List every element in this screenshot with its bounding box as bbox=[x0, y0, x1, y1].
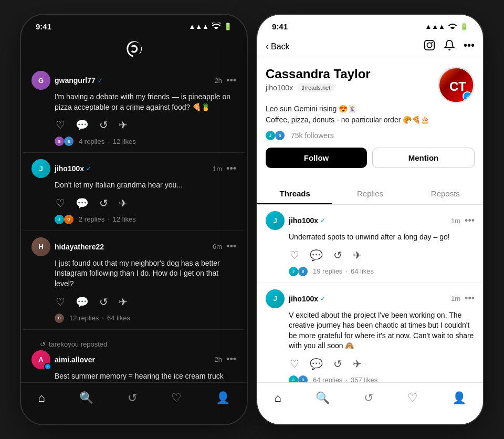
repost-button[interactable]: ↺ bbox=[332, 357, 343, 371]
replies-count: 2 replies bbox=[79, 215, 104, 223]
like-button[interactable]: ♡ bbox=[55, 118, 66, 132]
profile-top: Cassandra Taylor jiho100x threads.net CT… bbox=[266, 67, 475, 103]
follow-button[interactable]: Follow bbox=[266, 148, 367, 168]
verified-icon: ✓ bbox=[320, 217, 326, 224]
replies-count: 19 replies bbox=[313, 267, 342, 275]
stat-avatar: J bbox=[55, 215, 64, 224]
comment-button[interactable]: 💬 bbox=[309, 248, 324, 263]
like-button[interactable]: ♡ bbox=[289, 248, 300, 263]
repost-icon: ↺ bbox=[40, 340, 46, 348]
followers-text: 75k followers bbox=[291, 131, 334, 140]
post-actions: ♡ 💬 ↺ ✈ bbox=[55, 196, 236, 211]
more-options-button[interactable]: ••• bbox=[226, 241, 236, 252]
avatar: G bbox=[32, 71, 50, 90]
dot-separator: · bbox=[108, 138, 110, 145]
bell-icon[interactable] bbox=[444, 39, 455, 54]
repost-button[interactable]: ↺ bbox=[98, 295, 109, 309]
like-button[interactable]: ♡ bbox=[55, 295, 66, 309]
verified-icon: ✓ bbox=[320, 295, 326, 302]
nav-likes[interactable]: ♡ bbox=[165, 389, 188, 407]
post-header-right: 1m ••• bbox=[451, 293, 475, 304]
nav-home[interactable]: ⌂ bbox=[268, 389, 287, 407]
username-row: jiho100x ✓ bbox=[289, 295, 326, 303]
more-options-button[interactable]: ••• bbox=[226, 75, 236, 86]
threads-domain-badge: threads.net bbox=[297, 83, 334, 92]
nav-compose[interactable]: ↺ bbox=[358, 389, 380, 407]
repost-label: tarekoyou reposted bbox=[49, 340, 107, 348]
share-button[interactable]: ✈ bbox=[118, 118, 129, 132]
post-user-info[interactable]: A + aimi.allover bbox=[32, 350, 95, 369]
avatar: H bbox=[32, 237, 50, 256]
like-button[interactable]: ♡ bbox=[289, 357, 300, 371]
share-button[interactable]: ✈ bbox=[352, 357, 363, 371]
post-user-info[interactable]: G gwangurl77 ✓ bbox=[32, 71, 103, 90]
comment-button[interactable]: 💬 bbox=[75, 196, 90, 211]
post-user-info[interactable]: J jiho100x ✓ bbox=[266, 211, 326, 230]
post-actions: ♡ 💬 ↺ ✈ bbox=[289, 248, 475, 263]
username-row: hidayathere22 bbox=[55, 243, 104, 251]
comment-button[interactable]: 💬 bbox=[75, 295, 90, 309]
profile-handle-row: jiho100x threads.net bbox=[266, 83, 371, 92]
more-options-button[interactable]: ••• bbox=[226, 354, 236, 365]
share-button[interactable]: ✈ bbox=[118, 295, 129, 309]
post-time: 1m bbox=[451, 217, 460, 225]
more-options-button[interactable]: ••• bbox=[226, 163, 236, 174]
like-button[interactable]: ♡ bbox=[55, 196, 66, 211]
comment-button[interactable]: 💬 bbox=[309, 357, 324, 371]
stat-avatars: J O bbox=[55, 215, 74, 224]
post-actions: ♡ 💬 ↺ ✈ bbox=[55, 295, 236, 309]
tab-threads[interactable]: Threads bbox=[257, 183, 332, 204]
profile-name: Cassandra Taylor bbox=[266, 67, 371, 81]
nav-likes[interactable]: ♡ bbox=[401, 389, 424, 407]
bottom-nav-left: ⌂ 🔍 ↺ ♡ 👤 bbox=[21, 382, 247, 424]
right-phone: 9:41 ▲▲▲ 🔋 ‹ Back bbox=[257, 15, 483, 424]
avatar: J bbox=[32, 159, 50, 178]
more-options-icon[interactable]: ••• bbox=[464, 39, 475, 54]
bottom-nav-right: ⌂ 🔍 ↺ ♡ 👤 bbox=[257, 382, 483, 424]
nav-search[interactable]: 🔍 bbox=[309, 389, 336, 407]
profile-nav-header: ‹ Back ••• bbox=[257, 35, 483, 58]
stat-avatar: O bbox=[64, 215, 74, 224]
stat-avatars: H bbox=[55, 313, 64, 323]
back-button[interactable]: ‹ Back bbox=[266, 41, 290, 52]
post-header: J jiho100x ✓ 1m ••• bbox=[32, 159, 236, 178]
comment-button[interactable]: 💬 bbox=[75, 118, 90, 132]
post-header-right: 1m ••• bbox=[213, 163, 236, 174]
dot-separator: · bbox=[102, 314, 104, 322]
post-user-info[interactable]: J jiho100x ✓ bbox=[32, 159, 91, 178]
replies-count: 12 replies bbox=[69, 314, 99, 322]
post-user-info[interactable]: J jiho100x ✓ bbox=[266, 289, 326, 308]
nav-compose[interactable]: ↺ bbox=[121, 389, 143, 407]
nav-home[interactable]: ⌂ bbox=[32, 389, 51, 407]
dot-separator: · bbox=[108, 215, 110, 223]
dot-separator: · bbox=[345, 267, 348, 275]
share-button[interactable]: ✈ bbox=[352, 248, 363, 263]
nav-search[interactable]: 🔍 bbox=[73, 389, 100, 407]
more-options-button[interactable]: ••• bbox=[465, 293, 475, 304]
profile-handle: jiho100x bbox=[266, 83, 293, 92]
post-user-info[interactable]: H hidayathere22 bbox=[32, 237, 104, 256]
post-stats: J O 2 replies · 12 likes bbox=[55, 215, 236, 224]
post-header-right: 2h ••• bbox=[215, 354, 236, 365]
instagram-icon[interactable] bbox=[424, 39, 435, 54]
verified-icon: ✓ bbox=[86, 165, 91, 172]
username: gwangurl77 bbox=[55, 76, 96, 85]
followers-count: J B 75k followers bbox=[266, 131, 475, 140]
nav-profile[interactable]: 👤 bbox=[209, 389, 236, 407]
post-item: J jiho100x ✓ 1m ••• Don't bbox=[23, 153, 245, 231]
nav-profile[interactable]: 👤 bbox=[446, 389, 472, 407]
tab-reposts[interactable]: Reposts bbox=[408, 183, 483, 204]
tab-replies[interactable]: Replies bbox=[332, 183, 407, 204]
feed-list: G gwangurl77 ✓ 2h ••• I'm bbox=[21, 65, 247, 406]
repost-button[interactable]: ↺ bbox=[98, 118, 109, 132]
status-bar-right: 9:41 ▲▲▲ 🔋 bbox=[257, 15, 483, 35]
share-button[interactable]: ✈ bbox=[118, 196, 129, 211]
profile-content: Cassandra Taylor jiho100x threads.net CT… bbox=[257, 58, 483, 424]
post-item: J jiho100x ✓ 1m ••• bbox=[257, 283, 483, 392]
post-content: I'm having a debate with my friends — is… bbox=[55, 92, 236, 112]
repost-button[interactable]: ↺ bbox=[332, 248, 343, 263]
repost-button[interactable]: ↺ bbox=[98, 196, 109, 211]
post-time: 1m bbox=[213, 165, 222, 173]
mention-button[interactable]: Mention bbox=[372, 148, 475, 168]
more-options-button[interactable]: ••• bbox=[465, 215, 475, 226]
